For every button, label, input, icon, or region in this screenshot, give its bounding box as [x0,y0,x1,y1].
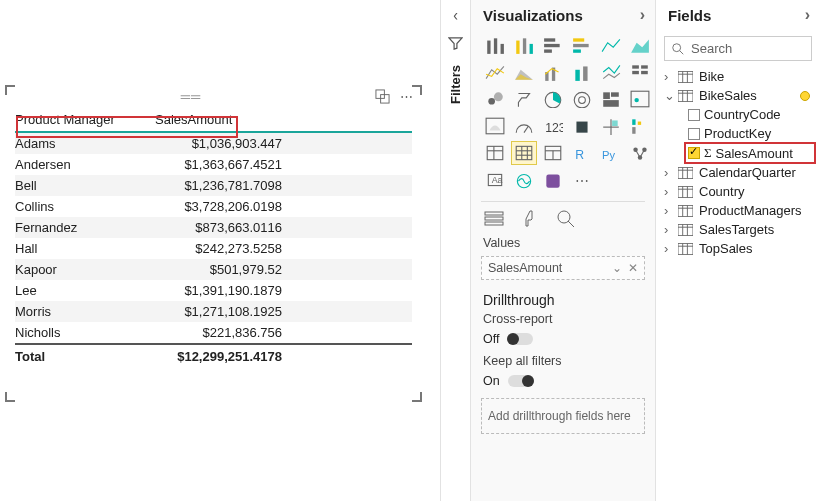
viz-type-7[interactable] [512,61,536,83]
viz-type-25[interactable] [512,142,536,164]
viz-type-2[interactable] [541,34,565,56]
viz-type-12[interactable] [483,88,507,110]
keep-filters-toggle[interactable] [508,375,534,387]
viz-type-16[interactable] [599,88,623,110]
chevron-left-icon[interactable]: › [453,8,458,26]
field-salesamount[interactable]: ΣSalesAmount [686,143,814,163]
viz-type-27[interactable]: R [570,142,594,164]
table-node-bike[interactable]: ›Bike [662,67,814,86]
table-node-salestargets[interactable]: ›SalesTargets [662,220,814,239]
cell-manager: Bell [15,178,155,193]
drillthrough-drop-zone[interactable]: Add drillthrough fields here [481,398,645,434]
caret-right-icon[interactable]: › [664,165,674,180]
resize-handle-br[interactable] [412,392,422,402]
caret-right-icon[interactable]: › [664,69,674,84]
column-header-sales-amount[interactable]: SalesAmount [155,112,285,127]
table-node-country[interactable]: ›Country [662,182,814,201]
fields-search-input[interactable]: Search [664,36,812,61]
viz-type-21[interactable] [570,115,594,137]
viz-type-10[interactable] [599,61,623,83]
viz-type-1[interactable] [512,34,536,56]
filters-pane-collapsed[interactable]: › Filters [440,0,470,501]
table-node-calendarquarter[interactable]: ›CalendarQuarter [662,163,814,182]
field-checkbox[interactable] [688,109,700,121]
format-tab-icon[interactable] [519,208,541,228]
viz-type-31[interactable] [512,169,536,191]
viz-type-8[interactable] [541,61,565,83]
viz-type-18[interactable] [483,115,507,137]
field-productkey[interactable]: ProductKey [686,124,814,143]
viz-type-26[interactable] [541,142,565,164]
viz-type-24[interactable] [483,142,507,164]
viz-type-4[interactable] [599,34,623,56]
viz-type-17[interactable] [628,88,652,110]
svg-text:Aa: Aa [492,175,503,185]
table-visual[interactable]: ══ ⋯ Product Manager SalesAmount Adams$1… [6,86,421,401]
chevron-right-icon[interactable]: › [805,6,810,24]
viz-type-33[interactable]: ⋯ [570,169,594,191]
fields-tab-icon[interactable] [483,208,505,228]
svg-rect-35 [576,122,587,133]
viz-type-0[interactable] [483,34,507,56]
caret-right-icon[interactable]: › [664,222,674,237]
viz-type-20[interactable]: 123 [541,115,565,137]
table-row[interactable]: Fernandez$873,663.0116 [15,217,412,238]
svg-rect-3 [494,38,497,54]
table-row[interactable]: Morris$1,271,108.1925 [15,301,412,322]
viz-type-5[interactable] [628,34,652,56]
table-name: Bike [699,69,724,84]
caret-down-icon[interactable]: ⌄ [664,88,674,103]
resize-handle-tl[interactable] [5,85,15,95]
svg-point-26 [579,97,586,104]
caret-right-icon[interactable]: › [664,241,674,256]
table-row[interactable]: Hall$242,273.5258 [15,238,412,259]
cell-manager: Fernandez [15,220,155,235]
table-node-productmanagers[interactable]: ›ProductManagers [662,201,814,220]
table-row[interactable]: Lee$1,391,190.1879 [15,280,412,301]
viz-type-23[interactable] [628,115,652,137]
table-row[interactable]: Collins$3,728,206.0198 [15,196,412,217]
caret-right-icon[interactable]: › [664,203,674,218]
table-row[interactable]: Andersen$1,363,667.4521 [15,154,412,175]
focus-mode-icon[interactable] [375,89,390,104]
field-dropdown-icon[interactable]: ⌄ [612,261,622,275]
values-field-well[interactable]: SalesAmount ⌄ ✕ [481,256,645,280]
field-checkbox[interactable] [688,128,700,140]
viz-type-28[interactable]: Py [599,142,623,164]
chevron-right-icon[interactable]: › [640,6,645,24]
viz-type-15[interactable] [570,88,594,110]
warning-badge-icon [800,91,810,101]
table-row[interactable]: Nicholls$221,836.756 [15,322,412,343]
cross-report-label: Cross-report [471,312,655,330]
viz-type-11[interactable] [628,61,652,83]
report-canvas[interactable]: ══ ⋯ Product Manager SalesAmount Adams$1… [0,0,440,501]
table-row[interactable]: Bell$1,236,781.7098 [15,175,412,196]
caret-right-icon[interactable]: › [664,184,674,199]
viz-type-30[interactable]: Aa [483,169,507,191]
viz-type-14[interactable] [541,88,565,110]
field-checkbox[interactable] [688,147,700,159]
resize-handle-bl[interactable] [5,392,15,402]
viz-type-19[interactable] [512,115,536,137]
viz-type-3[interactable] [570,34,594,56]
table-row[interactable]: Kapoor$501,979.52 [15,259,412,280]
table-node-bikesales[interactable]: ⌄BikeSales [662,86,814,105]
table-row[interactable]: Adams$1,036,903.447 [15,133,412,154]
viz-type-22[interactable] [599,115,623,137]
resize-handle-tr[interactable] [412,85,422,95]
svg-rect-7 [530,44,533,54]
viz-type-29[interactable] [628,142,652,164]
analytics-tab-icon[interactable] [555,208,577,228]
remove-field-icon[interactable]: ✕ [628,261,638,275]
svg-rect-40 [632,127,635,134]
viz-type-13[interactable] [512,88,536,110]
svg-point-70 [673,43,681,51]
cross-report-toggle[interactable] [507,333,533,345]
viz-type-32[interactable] [541,169,565,191]
drag-grip-icon[interactable]: ══ [181,89,201,104]
table-node-topsales[interactable]: ›TopSales [662,239,814,258]
field-countrycode[interactable]: CountryCode [686,105,814,124]
viz-type-6[interactable] [483,61,507,83]
column-header-product-manager[interactable]: Product Manager [15,112,155,127]
viz-type-9[interactable] [570,61,594,83]
